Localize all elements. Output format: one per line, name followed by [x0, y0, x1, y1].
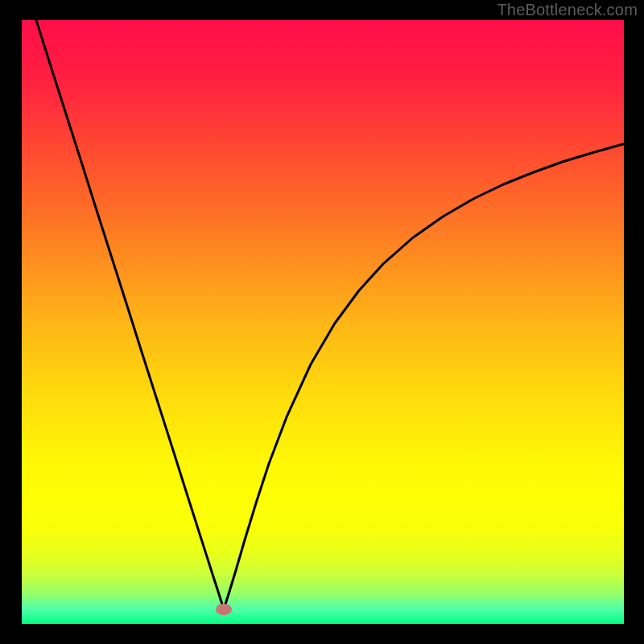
watermark-label: TheBottleneck.com [497, 1, 638, 19]
chart-stage: TheBottleneck.com [0, 0, 644, 644]
curve-layer [22, 20, 624, 624]
minimum-marker [216, 604, 232, 615]
plot-area [22, 20, 624, 624]
bottleneck-curve [22, 0, 624, 609]
